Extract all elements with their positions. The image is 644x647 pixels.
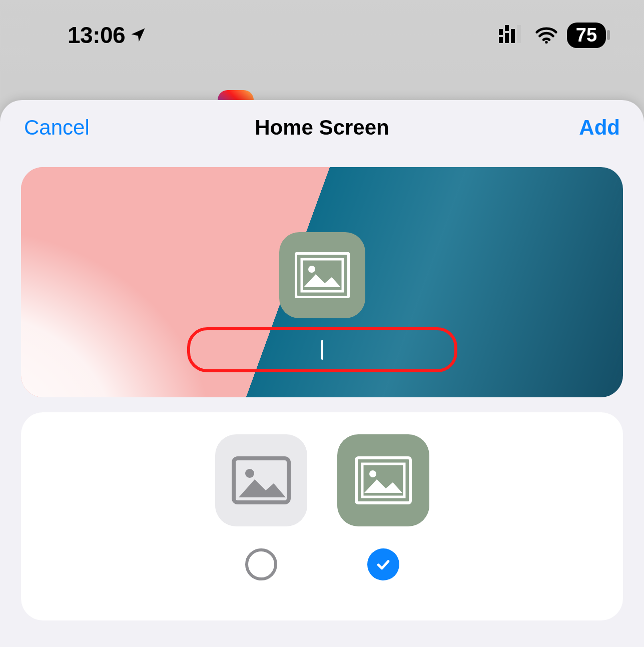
preview-app-icon bbox=[279, 232, 365, 318]
battery-percent: 75 bbox=[576, 25, 597, 46]
svg-rect-5 bbox=[505, 25, 509, 31]
icon-option-custom[interactable] bbox=[337, 434, 429, 526]
radio-option-custom[interactable] bbox=[367, 548, 399, 580]
sheet-title: Home Screen bbox=[255, 116, 389, 139]
cancel-button[interactable]: Cancel bbox=[24, 116, 90, 139]
svg-rect-4 bbox=[499, 29, 503, 35]
svg-rect-2 bbox=[511, 29, 515, 43]
svg-rect-1 bbox=[505, 33, 509, 43]
svg-point-9 bbox=[308, 266, 315, 273]
text-caret bbox=[321, 340, 323, 360]
checkmark-icon bbox=[375, 556, 392, 573]
shortcut-name-input[interactable] bbox=[187, 327, 457, 372]
location-icon bbox=[129, 26, 147, 44]
svg-point-6 bbox=[545, 41, 547, 44]
svg-point-14 bbox=[369, 470, 376, 477]
radio-option-default[interactable] bbox=[245, 548, 277, 580]
home-screen-preview bbox=[21, 167, 623, 397]
add-button[interactable]: Add bbox=[579, 116, 620, 139]
modal-sheet: Cancel Home Screen Add bbox=[0, 100, 644, 647]
status-bar: 13:06 bbox=[0, 0, 644, 70]
wifi-icon bbox=[535, 26, 558, 44]
svg-rect-0 bbox=[499, 37, 503, 43]
icon-options-card bbox=[21, 412, 623, 620]
status-time: 13:06 bbox=[68, 22, 125, 49]
sheet-nav: Cancel Home Screen Add bbox=[0, 100, 644, 155]
cellular-icon bbox=[499, 25, 526, 45]
battery-indicator: 75 bbox=[567, 23, 610, 48]
svg-point-11 bbox=[245, 469, 254, 478]
icon-option-default[interactable] bbox=[215, 434, 307, 526]
svg-rect-3 bbox=[517, 25, 521, 43]
